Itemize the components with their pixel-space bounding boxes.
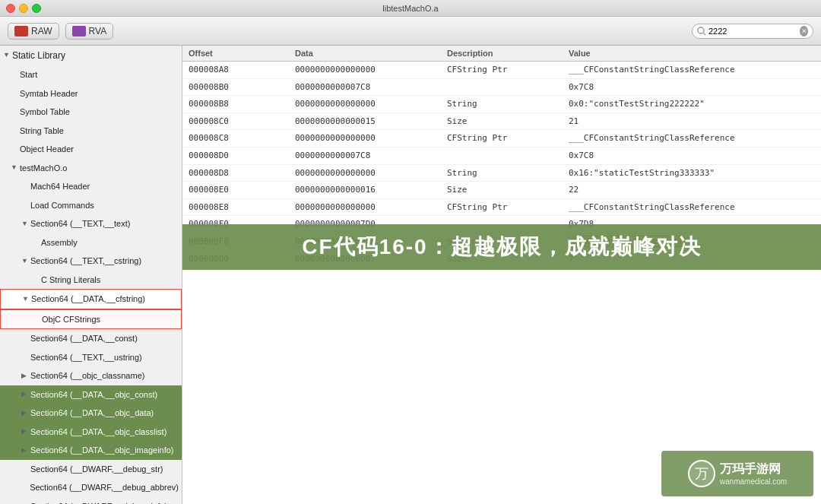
cell-value: 0x7C8 [569,81,815,94]
sidebar-item-load-commands[interactable]: Load Commands [0,196,182,215]
sidebar-item-section64-data-objc-const[interactable]: ▶Section64 (__DATA,__objc_const) [0,385,182,404]
sidebar-label-section64-data-objc-imageinfo: Section64 (__DATA,__objc_imageinfo) [30,444,174,457]
sidebar-label-mach64-header: Mach64 Header [30,180,90,193]
sidebar-item-testmacho[interactable]: ▼testMachO.o [0,159,182,178]
titlebar: libtestMachO.a [0,0,821,17]
svg-point-0 [698,27,704,33]
raw-label: RAW [31,26,52,36]
sidebar-label-object-header: Object Header [20,143,74,156]
cell-value: ___CFConstantStringClassReference [569,132,815,145]
cell-offset: 000008D0 [189,149,295,163]
sidebar-item-section64-data-objc-data[interactable]: ▶Section64 (__DATA,__objc_data) [0,404,182,423]
cell-value: 22 [569,183,815,197]
cell-description: String [447,166,569,180]
watermark-logo: 万 [688,460,715,487]
window-title: libtestMachO.a [382,4,438,13]
sidebar-item-section64-text-cstring[interactable]: ▼Section64 (__TEXT,__cstring) [0,252,182,271]
search-bar[interactable]: ✕ [692,24,813,39]
sidebar-item-section64-dwarf-debug-abbrev[interactable]: Section64 (__DWARF,__debug_abbrev) [0,478,182,497]
sidebar-item-section64-data-const[interactable]: Section64 (__DATA,__const) [0,329,182,348]
sidebar-item-string-table[interactable]: String Table [0,122,182,141]
sidebar-item-c-string-literals[interactable]: C String Literals [0,271,182,290]
cell-value: ___CFConstantStringClassReference [569,201,815,214]
search-input[interactable] [708,27,800,36]
sidebar-item-section64-dwarf-debug-info[interactable]: Section64 (__DWARF,__debug_info) [0,497,182,505]
sidebar-label-section64-dwarf-debug-str: Section64 (__DWARF,__debug_str) [30,463,163,476]
raw-button[interactable]: RAW [8,23,59,40]
cell-data: 0000000000000000 [295,166,447,180]
maximize-button[interactable] [32,4,41,13]
toggle-section64-data-objc-imageinfo: ▶ [21,445,30,456]
sidebar-item-section64-dwarf-debug-str[interactable]: Section64 (__DWARF,__debug_str) [0,460,182,479]
toggle-testmacho: ▼ [11,163,20,173]
toggle-section64-objc-classname: ▶ [21,371,30,382]
col-value: Value [569,49,815,58]
minimize-button[interactable] [19,4,28,13]
sidebar-item-objc-cfstrings[interactable]: ObjC CFStrings [0,309,182,330]
sidebar-item-symbol-table[interactable]: Symbol Table [0,103,182,122]
watermark-overlay: 万 万玛手游网 wanmamedical.com [661,451,813,496]
toggle-section64-text-text: ▼ [21,219,30,230]
table-row[interactable]: 000008B00000000000007C80x7C8 [182,79,821,97]
col-data: Data [295,49,447,58]
table-row[interactable]: 000008B80000000000000000String0x0:"const… [182,96,821,113]
cell-description [447,81,569,94]
cell-offset: 000008D8 [189,166,295,180]
sidebar-item-mach64-header[interactable]: Mach64 Header [0,177,182,196]
sidebar-root[interactable]: ▼ Static Library [0,46,182,65]
watermark-text-cn: 万玛手游网 [720,461,787,477]
sidebar-label-section64-text-cstring: Section64 (__TEXT,__cstring) [30,255,141,268]
cell-offset: 000008A8 [189,63,295,77]
sidebar-item-section64-data-objc-classlist[interactable]: ▶Section64 (__DATA,__objc_classlist) [0,423,182,442]
cell-value: ___CFConstantStringClassReference [569,63,815,77]
cell-value: 21 [569,115,815,128]
cell-offset: 000008B0 [189,81,295,94]
cell-offset: 000008E0 [189,183,295,197]
sidebar-label-objc-cfstrings: ObjC CFStrings [42,313,100,326]
sidebar-label-section64-dwarf-debug-abbrev: Section64 (__DWARF,__debug_abbrev) [30,481,179,494]
cell-value: 0x7C8 [569,149,815,163]
table-header: Offset Data Description Value [182,46,821,62]
sidebar-label-symtab-header: Symtab Header [20,87,78,100]
sidebar-label-section64-objc-classname: Section64 (__objc_classname) [30,369,144,382]
sidebar-item-section64-data-objc-imageinfo[interactable]: ▶Section64 (__DATA,__objc_imageinfo) [0,441,182,460]
cell-data: 0000000000000016 [295,183,447,197]
root-label: Static Library [12,49,65,62]
sidebar-label-start: Start [20,68,37,81]
main-content: ▼ Static Library StartSymtab HeaderSymbo… [0,46,821,504]
table-row[interactable]: 000008A80000000000000000CFString Ptr___C… [182,62,821,79]
close-button[interactable] [6,4,15,13]
right-panel: Offset Data Description Value 000008A800… [182,46,821,504]
cell-value: 0x0:"constTestString222222" [569,97,815,111]
sidebar-item-start[interactable]: Start [0,65,182,84]
sidebar-item-section64-text-ustring[interactable]: Section64 (__TEXT,__ustring) [0,348,182,367]
col-offset: Offset [189,49,295,58]
rva-button[interactable]: RVA [65,23,114,40]
cell-data: 0000000000007C8 [295,149,447,163]
banner-overlay: CF代码16-0：超越极限，成就巅峰对决 [182,224,821,270]
col-description: Description [447,49,569,58]
table-row[interactable]: 000008E00000000000000016Size22 [182,182,821,199]
sidebar-item-section64-objc-classname[interactable]: ▶Section64 (__objc_classname) [0,366,182,385]
sidebar-label-testmacho: testMachO.o [20,162,67,175]
toggle-section64-data-objc-data: ▶ [21,408,30,419]
sidebar-label-section64-dwarf-debug-info: Section64 (__DWARF,__debug_info) [30,500,167,505]
sidebar-item-object-header[interactable]: Object Header [0,140,182,159]
sidebar-label-string-table: String Table [20,125,64,138]
table-row[interactable]: 000008D00000000000007C80x7C8 [182,147,821,165]
table-row[interactable]: 000008D80000000000000000String0x16:"stat… [182,165,821,182]
sidebar-item-section64-text-text[interactable]: ▼Section64 (__TEXT,__text) [0,214,182,233]
banner-text: CF代码16-0：超越极限，成就巅峰对决 [302,233,701,262]
search-clear-button[interactable]: ✕ [800,26,808,36]
sidebar-item-symtab-header[interactable]: Symtab Header [0,84,182,103]
table-row[interactable]: 000008E80000000000000000CFString Ptr___C… [182,199,821,217]
cell-data: 0000000000000000 [295,132,447,145]
toggle-section64-data-objc-const: ▶ [21,389,30,400]
table-row[interactable]: 000008C80000000000000000CFString Ptr___C… [182,130,821,147]
sidebar-item-assembly[interactable]: Assembly [0,233,182,252]
table-row[interactable]: 000008C00000000000000015Size21 [182,113,821,131]
sidebar-label-load-commands: Load Commands [30,199,94,212]
sidebar-label-section64-data-const: Section64 (__DATA,__const) [30,332,138,345]
sidebar-item-section64-data-cfstring[interactable]: ▼Section64 (__DATA,__cfstring) [0,289,182,309]
cell-description: Size [447,183,569,197]
